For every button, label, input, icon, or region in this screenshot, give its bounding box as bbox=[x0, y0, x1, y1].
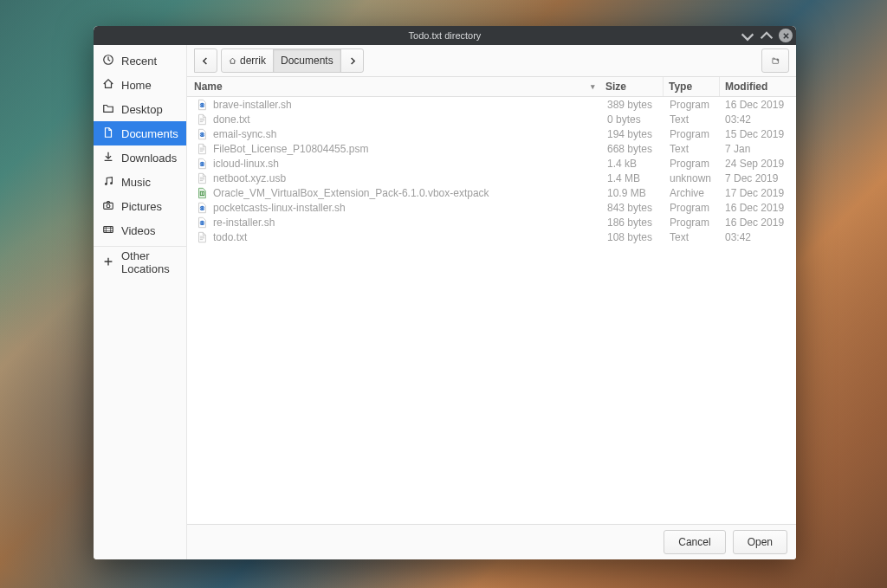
text-file-icon bbox=[196, 172, 208, 184]
cancel-button[interactable]: Cancel bbox=[664, 530, 725, 554]
file-modified: 03:42 bbox=[720, 231, 796, 243]
file-type: Program bbox=[664, 158, 720, 170]
file-name: netboot.xyz.usb bbox=[213, 172, 286, 184]
file-list[interactable]: brave-installer.sh389 bytesProgram16 Dec… bbox=[187, 97, 796, 524]
home-icon bbox=[229, 57, 236, 65]
sidebar-item-videos[interactable]: Videos bbox=[94, 218, 186, 242]
camera-icon bbox=[102, 199, 114, 214]
toolbar: derrikDocuments bbox=[187, 45, 796, 77]
text-file-icon bbox=[196, 113, 208, 126]
sidebar-item-label: Recent bbox=[121, 55, 157, 68]
svg-point-2 bbox=[110, 182, 113, 184]
file-size: 1.4 kB bbox=[602, 158, 664, 170]
sidebar-item-label: Other Locations bbox=[121, 249, 178, 275]
file-name: brave-installer.sh bbox=[213, 99, 292, 111]
file-row[interactable]: icloud-linux.sh1.4 kBProgram24 Sep 2019 bbox=[187, 156, 796, 171]
breadcrumb: derrikDocuments bbox=[221, 48, 364, 73]
desktop-wallpaper: Todo.txt directory RecentHomeDesktopDocu… bbox=[0, 0, 887, 588]
file-name: todo.txt bbox=[213, 231, 247, 243]
file-row[interactable]: netboot.xyz.usb1.4 MBunknown7 Dec 2019 bbox=[187, 171, 796, 185]
script-file-icon bbox=[196, 158, 208, 170]
header-size[interactable]: Size bbox=[600, 77, 663, 96]
file-size: 10.9 MB bbox=[602, 187, 664, 199]
sidebar-item-label: Home bbox=[121, 79, 152, 92]
folder-icon bbox=[102, 102, 114, 117]
music-icon bbox=[102, 175, 114, 190]
archive-file-icon bbox=[196, 187, 208, 199]
breadcrumb-documents[interactable]: Documents bbox=[273, 48, 341, 73]
script-file-icon bbox=[196, 99, 208, 111]
sidebar-item-label: Downloads bbox=[121, 152, 177, 165]
sidebar-item-desktop[interactable]: Desktop bbox=[94, 97, 186, 121]
sidebar-separator bbox=[94, 246, 186, 247]
maximize-button[interactable] bbox=[760, 29, 774, 42]
open-button[interactable]: Open bbox=[733, 530, 787, 554]
file-type: Program bbox=[664, 216, 720, 229]
file-type: Text bbox=[664, 231, 720, 243]
file-row[interactable]: todo.txt108 bytesText03:42 bbox=[187, 229, 796, 244]
file-row[interactable]: brave-installer.sh389 bytesProgram16 Dec… bbox=[187, 97, 796, 112]
file-row[interactable]: Oracle_VM_VirtualBox_Extension_Pack-6.1.… bbox=[187, 185, 796, 200]
svg-rect-5 bbox=[104, 226, 113, 232]
file-row[interactable]: FileBot_License_P10804455.psm668 bytesTe… bbox=[187, 141, 796, 156]
file-size: 668 bytes bbox=[602, 143, 664, 155]
sidebar-item-documents[interactable]: Documents bbox=[94, 121, 186, 145]
file-size: 389 bytes bbox=[602, 99, 664, 111]
places-sidebar: RecentHomeDesktopDocumentsDownloadsMusic… bbox=[94, 45, 187, 559]
clock-icon bbox=[102, 54, 114, 68]
sidebar-item-home[interactable]: Home bbox=[94, 73, 186, 97]
sidebar-item-pictures[interactable]: Pictures bbox=[94, 194, 186, 218]
script-file-icon bbox=[196, 128, 208, 140]
close-button[interactable] bbox=[779, 29, 793, 42]
sidebar-item-recent[interactable]: Recent bbox=[94, 48, 186, 73]
file-modified: 16 Dec 2019 bbox=[720, 216, 796, 229]
sidebar-item-music[interactable]: Music bbox=[94, 170, 186, 194]
file-modified: 24 Sep 2019 bbox=[720, 158, 796, 170]
file-size: 108 bytes bbox=[602, 231, 664, 243]
sidebar-item-downloads[interactable]: Downloads bbox=[94, 145, 186, 170]
file-type: Text bbox=[664, 143, 720, 155]
svg-point-1 bbox=[105, 183, 107, 185]
file-row[interactable]: email-sync.sh194 bytesProgram15 Dec 2019 bbox=[187, 126, 796, 141]
file-size: 0 bytes bbox=[602, 113, 664, 126]
header-type[interactable]: Type bbox=[663, 77, 719, 96]
window-title: Todo.txt directory bbox=[409, 30, 482, 41]
dialog-footer: Cancel Open bbox=[187, 524, 796, 559]
document-icon bbox=[102, 126, 114, 141]
back-button[interactable] bbox=[194, 48, 217, 73]
sidebar-item-other-locations[interactable]: Other Locations bbox=[94, 250, 186, 275]
file-name: re-installer.sh bbox=[213, 216, 275, 229]
file-name: pocketcasts-linux-installer.sh bbox=[213, 202, 346, 214]
file-name: done.txt bbox=[213, 113, 250, 126]
new-folder-button[interactable] bbox=[761, 48, 789, 73]
file-modified: 17 Dec 2019 bbox=[720, 187, 796, 199]
breadcrumb-label: derrik bbox=[240, 55, 266, 67]
home-icon bbox=[102, 78, 114, 93]
titlebar[interactable]: Todo.txt directory bbox=[94, 26, 796, 45]
file-modified: 7 Jan bbox=[720, 143, 796, 155]
file-name: icloud-linux.sh bbox=[213, 158, 279, 170]
file-type: Text bbox=[664, 113, 720, 126]
file-chooser-window: Todo.txt directory RecentHomeDesktopDocu… bbox=[94, 26, 796, 559]
forward-button[interactable] bbox=[340, 48, 364, 73]
nav-buttons bbox=[194, 48, 217, 73]
file-row[interactable]: re-installer.sh186 bytesProgram16 Dec 20… bbox=[187, 215, 796, 229]
file-type: Program bbox=[664, 128, 720, 140]
video-icon bbox=[102, 223, 114, 238]
minimize-button[interactable] bbox=[741, 29, 754, 42]
file-size: 1.4 MB bbox=[602, 172, 664, 184]
file-row[interactable]: pocketcasts-linux-installer.sh843 bytesP… bbox=[187, 200, 796, 215]
text-file-icon bbox=[196, 231, 208, 243]
file-modified: 03:42 bbox=[720, 113, 796, 126]
header-modified[interactable]: Modified bbox=[719, 77, 796, 96]
text-file-icon bbox=[196, 143, 208, 155]
breadcrumb-derrik[interactable]: derrik bbox=[221, 48, 274, 73]
sidebar-item-label: Music bbox=[121, 176, 151, 189]
file-row[interactable]: done.txt0 bytesText03:42 bbox=[187, 112, 796, 126]
sidebar-item-label: Videos bbox=[121, 224, 156, 237]
breadcrumb-label: Documents bbox=[281, 55, 333, 67]
file-type: Archive bbox=[664, 187, 720, 199]
file-type: unknown bbox=[664, 172, 720, 184]
file-name: FileBot_License_P10804455.psm bbox=[213, 143, 368, 155]
header-name[interactable]: Name ▾ bbox=[187, 77, 600, 96]
